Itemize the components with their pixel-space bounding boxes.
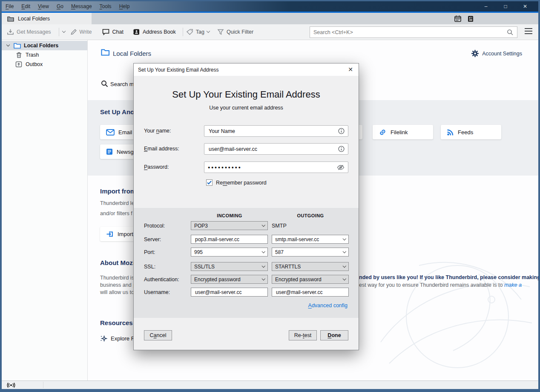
tab-local-folders[interactable]: Local Folders bbox=[2, 13, 92, 24]
tasks-icon[interactable] bbox=[467, 15, 474, 23]
chevron-down-icon bbox=[261, 277, 265, 280]
outgoing-username-field[interactable] bbox=[272, 288, 349, 297]
pencil-icon bbox=[70, 29, 77, 35]
menu-file[interactable]: File bbox=[2, 2, 17, 11]
global-search[interactable] bbox=[310, 26, 517, 38]
search-input[interactable] bbox=[310, 29, 507, 35]
menu-go[interactable]: Go bbox=[53, 2, 67, 11]
tab-label: Local Folders bbox=[18, 16, 50, 22]
offline-indicator-icon[interactable] bbox=[6, 382, 16, 388]
sidebar-item-label: Trash bbox=[26, 52, 39, 58]
address-book-icon bbox=[133, 29, 140, 35]
app-menu-icon[interactable] bbox=[525, 28, 532, 34]
cancel-button[interactable]: Cancel bbox=[144, 330, 172, 340]
menu-edit[interactable]: Edit bbox=[17, 2, 34, 11]
menu-bar: File Edit View Go Message Tools Help – □… bbox=[2, 1, 538, 12]
incoming-port-combo[interactable]: 995 bbox=[191, 248, 268, 257]
incoming-auth-select[interactable]: Encrypted password bbox=[191, 275, 268, 284]
password-field[interactable]: ●●●●●●●●●● bbox=[208, 165, 337, 170]
chat-button[interactable]: Chat bbox=[102, 29, 124, 35]
dialog-close-icon[interactable]: ✕ bbox=[347, 66, 354, 73]
folder-icon bbox=[101, 49, 110, 56]
password-field-wrap: ●●●●●●●●●● bbox=[204, 161, 348, 173]
tag-button[interactable]: Tag bbox=[187, 29, 210, 35]
account-settings-link[interactable]: Account Settings bbox=[471, 50, 522, 57]
feeds-setup-button[interactable]: Feeds bbox=[441, 125, 501, 139]
menu-message[interactable]: Message bbox=[67, 2, 96, 11]
menu-tools[interactable]: Tools bbox=[96, 2, 115, 11]
write-button[interactable]: Write bbox=[70, 29, 92, 35]
account-setup-dialog: Set Up Your Existing Email Address ✕ Set… bbox=[133, 63, 359, 350]
incoming-ssl-select[interactable]: SSL/TLS bbox=[191, 262, 268, 271]
about-section-heading: About Mozil bbox=[100, 259, 136, 266]
info-icon[interactable] bbox=[338, 128, 345, 134]
info-icon[interactable] bbox=[338, 146, 345, 152]
about-right-line1: nded by users like you! If you like Thun… bbox=[359, 274, 538, 280]
email-field[interactable] bbox=[208, 146, 338, 153]
funnel-icon bbox=[217, 29, 224, 35]
incoming-server-input[interactable] bbox=[194, 236, 264, 243]
check-icon bbox=[207, 181, 212, 184]
outgoing-port-combo[interactable]: 587 bbox=[272, 248, 349, 257]
retest-button[interactable]: Re-test bbox=[289, 330, 317, 340]
authentication-label: Authentication: bbox=[144, 277, 179, 282]
sidebar-item-outbox[interactable]: Outbox bbox=[2, 60, 87, 69]
chevron-down-icon bbox=[342, 277, 346, 280]
outgoing-server-combo[interactable]: smtp.mail-server.cc bbox=[272, 235, 349, 244]
calendar-icon[interactable] bbox=[454, 15, 462, 23]
donation-link[interactable]: make a bbox=[504, 282, 522, 288]
outgoing-auth-select[interactable]: Encrypted password bbox=[272, 275, 349, 284]
remember-password-label[interactable]: Remember password bbox=[216, 180, 267, 186]
password-label: Password: bbox=[144, 164, 169, 170]
filelink-icon bbox=[379, 128, 387, 136]
name-field-wrap bbox=[204, 125, 348, 137]
minimize-button[interactable]: – bbox=[476, 1, 496, 12]
done-button[interactable]: Done bbox=[320, 330, 348, 340]
sparkle-icon bbox=[100, 335, 107, 342]
chevron-down-icon bbox=[261, 264, 265, 268]
incoming-server-field[interactable] bbox=[191, 235, 268, 244]
manual-config-section: INCOMING OUTGOING Protocol: POP3 SMTP Se… bbox=[134, 208, 359, 318]
incoming-username-input[interactable] bbox=[194, 289, 264, 296]
chevron-down-icon bbox=[342, 250, 346, 253]
port-label: Port: bbox=[144, 249, 155, 255]
email-icon bbox=[106, 129, 115, 135]
outgoing-ssl-select[interactable]: STARTTLS bbox=[272, 262, 349, 271]
separator bbox=[59, 28, 59, 36]
trash-icon bbox=[16, 52, 22, 58]
outgoing-username-input[interactable] bbox=[275, 289, 345, 296]
name-field[interactable] bbox=[208, 128, 338, 135]
get-messages-button[interactable]: Get Messages bbox=[7, 29, 51, 35]
advanced-config-link[interactable]: Advanced config bbox=[308, 303, 348, 308]
quick-filter-button[interactable]: Quick Filter bbox=[217, 29, 253, 35]
eye-slash-icon[interactable] bbox=[337, 164, 345, 170]
get-messages-dropdown-icon[interactable] bbox=[62, 29, 65, 33]
search-icon[interactable] bbox=[507, 29, 514, 36]
close-button[interactable]: ✕ bbox=[515, 1, 535, 12]
email-field-wrap bbox=[204, 143, 348, 155]
chat-icon bbox=[102, 29, 110, 35]
sidebar-item-trash[interactable]: Trash bbox=[2, 50, 87, 60]
dialog-title: Set Up Your Existing Email Address bbox=[138, 67, 218, 73]
incoming-username-field[interactable] bbox=[191, 288, 268, 297]
explore-features-link[interactable]: Explore Fe bbox=[100, 335, 138, 342]
incoming-header: INCOMING bbox=[191, 213, 268, 218]
outgoing-header: OUTGOING bbox=[272, 213, 349, 218]
remember-password-checkbox[interactable] bbox=[206, 179, 213, 186]
page-title: Local Folders bbox=[113, 50, 151, 57]
menu-view[interactable]: View bbox=[34, 2, 53, 11]
status-bar bbox=[2, 380, 538, 389]
sidebar-item-local-folders[interactable]: Local Folders bbox=[2, 41, 87, 50]
maximize-button[interactable]: □ bbox=[496, 1, 515, 12]
address-book-button[interactable]: Address Book bbox=[133, 29, 176, 35]
separator bbox=[43, 382, 43, 388]
menu-help[interactable]: Help bbox=[115, 2, 134, 11]
folder-pane: Local Folders Trash Outbox bbox=[2, 40, 88, 380]
sidebar-item-label: Outbox bbox=[26, 61, 43, 67]
expander-icon[interactable] bbox=[6, 43, 10, 46]
filelink-setup-button[interactable]: Filelink bbox=[373, 125, 433, 139]
incoming-protocol-select[interactable]: POP3 bbox=[191, 221, 268, 230]
search-messages-icon bbox=[101, 80, 108, 87]
dialog-title-bar: Set Up Your Existing Email Address ✕ bbox=[134, 63, 359, 76]
dialog-subheading: Use your current email address bbox=[134, 105, 359, 111]
